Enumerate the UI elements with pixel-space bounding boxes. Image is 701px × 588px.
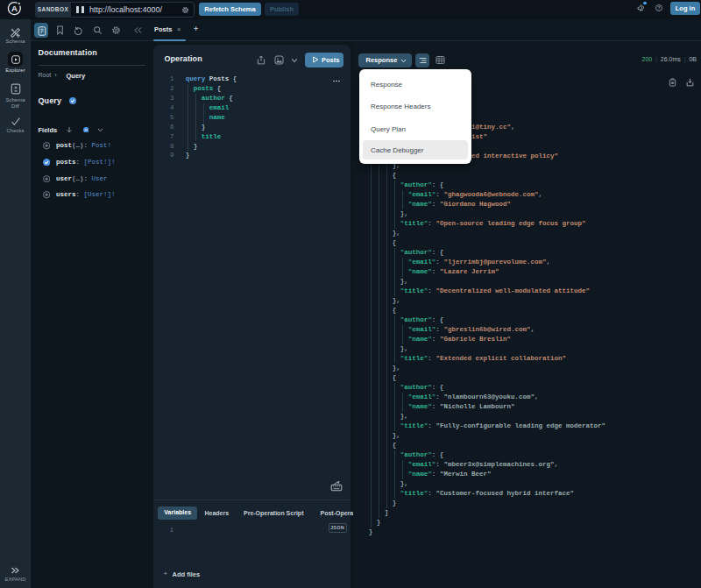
svg-text:A: A [11, 4, 18, 13]
svg-text:?: ? [658, 6, 661, 11]
